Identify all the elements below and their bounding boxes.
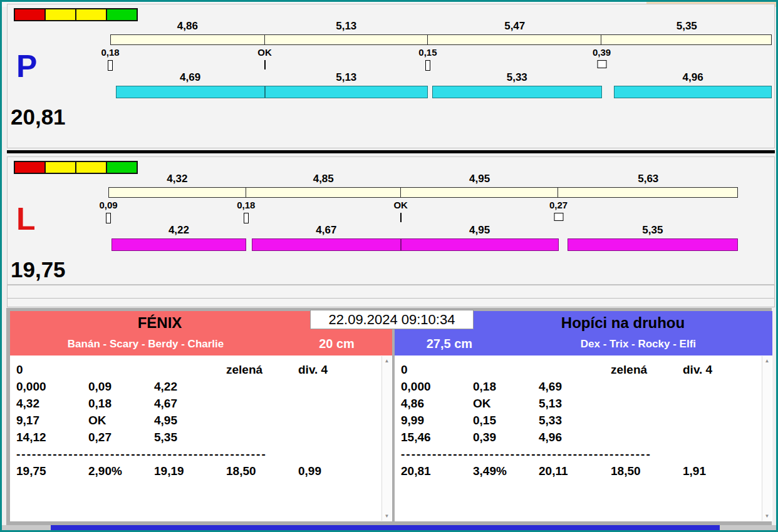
result-row: 9,990,155,33	[395, 414, 761, 431]
lane-divider	[7, 150, 775, 153]
split-times-row: 4,865,135,475,35	[110, 21, 772, 33]
team-left-subheader: Banán - Scary - Berdy - Charlie 20 cm	[10, 337, 392, 351]
dog-run-segment	[401, 238, 559, 251]
split-time-label: 5,35	[677, 21, 697, 33]
result-cell: OK	[473, 397, 491, 411]
clean-time-label: 4,95	[469, 225, 490, 237]
ok-tick-icon	[264, 60, 266, 69]
result-cell: 4,96	[539, 431, 562, 444]
team-left-name: FÉNIX	[10, 314, 309, 332]
result-cell: 0,000	[16, 380, 46, 394]
summary-row: 19,752,90%19,1918,500,99	[10, 464, 381, 481]
result-cell: OK	[88, 414, 106, 427]
teams-panel: FÉNIX Banán - Scary - Berdy - Charlie 20…	[6, 308, 772, 525]
change-time-label: 0,27	[549, 200, 568, 211]
lane-l-bars: 4,324,854,955,63 0,090,18OK0,27 4,224,67…	[108, 157, 738, 284]
split-time-label: 4,95	[469, 173, 490, 185]
results-rows: 0zelenádiv. 40,0000,184,694,86OK5,139,99…	[395, 363, 761, 481]
result-cell: 20,81	[401, 464, 431, 478]
result-row: 4,86OK5,13	[395, 397, 761, 414]
result-cell: 14,12	[16, 431, 46, 444]
result-cell: 19,19	[154, 464, 184, 478]
spacer-strip	[7, 285, 775, 299]
team-right-subheader: 27,5 cm Dex - Trix - Rocky - Elfi	[395, 337, 772, 351]
result-row: 0zelenádiv. 4	[10, 363, 381, 380]
lane-p-panel: P 4,865,135,475,35 0,18OK0,150,39 4,695,…	[7, 4, 775, 148]
scrollbar[interactable]: ▲ ▼	[762, 356, 772, 521]
change-times-row: 0,18OK0,150,39	[110, 48, 772, 58]
scrollbar[interactable]: ▲ ▼	[381, 356, 392, 521]
start-light	[75, 8, 107, 21]
change-time-label: 0,15	[418, 48, 437, 58]
split-segment	[401, 188, 558, 197]
dog-runs-bar	[108, 238, 738, 251]
result-cell: 4,69	[539, 380, 562, 394]
change-markers-row	[110, 60, 772, 71]
clean-time-label: 5,13	[336, 72, 356, 84]
result-cell: 9,17	[16, 414, 39, 427]
split-time-label: 5,13	[336, 21, 356, 33]
separator-line: ----------------------------------------…	[395, 448, 761, 464]
change-time-label: 0,18	[237, 200, 255, 211]
result-cell: 4,22	[154, 380, 177, 394]
lane-p-letter: P	[16, 51, 37, 82]
team-left-members: Banán - Scary - Berdy - Charlie	[10, 338, 281, 350]
clean-time-label: 4,67	[316, 225, 336, 237]
result-cell: 15,46	[401, 431, 431, 444]
scroll-down-icon[interactable]: ▼	[762, 513, 772, 519]
result-cell: 4,67	[154, 397, 177, 411]
change-box-icon	[108, 60, 113, 71]
change-box-icon	[554, 213, 563, 221]
result-cell: 9,99	[401, 414, 424, 427]
split-time-label: 4,32	[167, 173, 187, 185]
change-time-label: 0,09	[99, 200, 117, 211]
split-time-label: 4,86	[177, 21, 198, 33]
result-cell: 0	[401, 363, 408, 377]
change-box-icon	[597, 60, 606, 68]
dog-run-segment	[432, 86, 601, 98]
result-cell: div. 4	[683, 363, 712, 377]
split-segment	[111, 35, 265, 44]
change-time-label: 0,39	[593, 48, 611, 58]
spacer-strip	[7, 298, 775, 307]
result-cell: 0,39	[473, 431, 496, 444]
clean-time-label: 5,33	[507, 72, 527, 84]
team-left-results[interactable]: 0zelenádiv. 40,0000,094,224,320,184,679,…	[10, 356, 392, 521]
dog-run-segment	[614, 86, 772, 98]
split-time-label: 5,47	[504, 21, 525, 33]
change-time-label: OK	[393, 200, 408, 211]
lane-l-total-time: 19,75	[11, 258, 66, 280]
change-times-row: 0,090,18OK0,27	[108, 200, 738, 211]
total-time-bar	[108, 187, 738, 198]
lane-p-bars: 4,865,135,475,35 0,18OK0,150,39 4,695,13…	[110, 4, 772, 148]
scroll-down-icon[interactable]: ▼	[382, 513, 392, 519]
result-cell: 0,99	[298, 464, 321, 478]
result-row: 14,120,275,35	[10, 431, 381, 448]
start-light	[44, 8, 76, 21]
timing-window: P 4,865,135,475,35 0,18OK0,150,39 4,695,…	[0, 0, 778, 532]
scroll-up-icon[interactable]: ▲	[762, 358, 772, 364]
lane-p-total-time: 20,81	[11, 106, 66, 128]
results-rows: 0zelenádiv. 40,0000,094,224,320,184,679,…	[10, 363, 381, 481]
change-box-icon	[244, 213, 249, 223]
team-right-results[interactable]: 0zelenádiv. 40,0000,184,694,86OK5,139,99…	[395, 356, 772, 521]
clean-time-label: 4,96	[683, 72, 703, 84]
start-light	[44, 161, 76, 174]
change-time-label: OK	[257, 48, 272, 58]
result-cell: 18,50	[226, 464, 256, 478]
change-time-label: 0,18	[101, 48, 119, 58]
dog-run-segment	[112, 238, 246, 251]
result-cell: 4,95	[154, 414, 177, 427]
dog-run-segment	[116, 86, 265, 98]
result-row: 4,320,184,67	[10, 397, 381, 414]
lane-l-letter: L	[16, 203, 36, 235]
split-segment	[109, 188, 246, 197]
dog-runs-bar	[110, 86, 772, 98]
split-segment	[558, 188, 737, 197]
result-cell: 5,35	[154, 431, 177, 444]
datetime-display: 22.09.2024 09:10:34	[310, 310, 474, 329]
scroll-up-icon[interactable]: ▲	[382, 358, 392, 364]
result-cell: div. 4	[298, 363, 328, 377]
separator-line: ----------------------------------------…	[10, 448, 381, 464]
result-cell: 1,91	[683, 464, 706, 478]
